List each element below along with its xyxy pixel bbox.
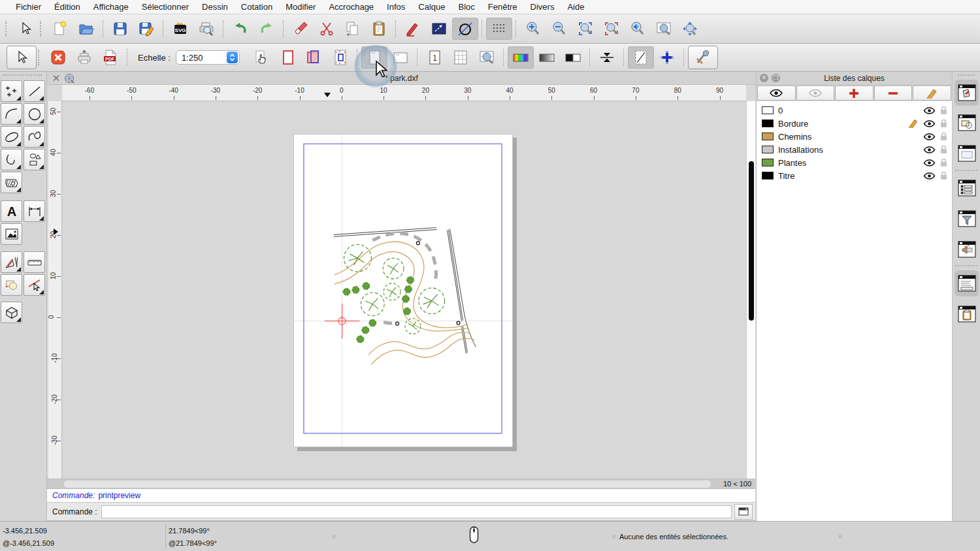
menu-item-cotation[interactable]: Cotation bbox=[235, 2, 279, 12]
construction-mode-button[interactable] bbox=[452, 18, 478, 40]
export-pdf-button[interactable]: PDF bbox=[97, 46, 123, 69]
layer-lock-icon[interactable] bbox=[939, 145, 948, 154]
menu-item-aide[interactable]: Aide bbox=[561, 2, 591, 12]
dock-command-widget-button[interactable] bbox=[955, 270, 979, 296]
portrait-orientation-button[interactable] bbox=[361, 46, 387, 69]
polyline-tool-button[interactable] bbox=[1, 149, 22, 170]
redo-button[interactable] bbox=[253, 18, 280, 40]
layer-lock-icon[interactable] bbox=[939, 158, 948, 167]
menu-item-infos[interactable]: Infos bbox=[380, 2, 412, 12]
dock-library-button[interactable] bbox=[955, 140, 979, 166]
blackwhite-mode-button[interactable] bbox=[560, 46, 586, 69]
export-svg-button[interactable]: SVG bbox=[167, 18, 193, 40]
points-tool-button[interactable] bbox=[1, 80, 22, 102]
drawing-canvas[interactable] bbox=[62, 101, 746, 479]
paper-border-button[interactable] bbox=[275, 46, 301, 69]
menu-item-divers[interactable]: Divers bbox=[524, 2, 561, 12]
fit-to-page-button[interactable] bbox=[327, 46, 353, 69]
zoom-back-button[interactable] bbox=[625, 18, 651, 40]
cut-button[interactable] bbox=[314, 18, 340, 40]
image-tool-button[interactable] bbox=[1, 223, 22, 245]
select-pointer-button[interactable] bbox=[12, 18, 39, 40]
command-detach-button[interactable] bbox=[734, 504, 753, 520]
solid-3d-button[interactable] bbox=[1, 302, 22, 323]
layer-row[interactable]: Installations bbox=[757, 143, 952, 156]
new-document-button[interactable] bbox=[47, 18, 73, 40]
select-entity-button[interactable] bbox=[24, 274, 45, 296]
layer-visibility-eye-icon[interactable] bbox=[923, 146, 936, 154]
menu-item-affichage[interactable]: Affichage bbox=[87, 2, 135, 12]
layer-row[interactable]: Bordure bbox=[757, 117, 952, 130]
save-as-button[interactable] bbox=[133, 18, 159, 40]
command-input[interactable] bbox=[101, 505, 732, 518]
dock-block-list-button[interactable] bbox=[955, 110, 979, 136]
grid-toggle-button[interactable] bbox=[486, 18, 512, 40]
text-tool-button[interactable]: A bbox=[1, 200, 22, 222]
undo-button[interactable] bbox=[227, 18, 253, 40]
add-layer-button[interactable] bbox=[835, 86, 874, 101]
layer-row[interactable]: Plantes bbox=[757, 156, 952, 169]
polygon-tool-button[interactable] bbox=[24, 149, 45, 170]
zoom-in-button[interactable] bbox=[520, 18, 546, 40]
layer-lock-icon[interactable] bbox=[939, 106, 948, 115]
pan-hand-button[interactable] bbox=[249, 46, 275, 69]
menu-item-fenetre[interactable]: Fenêtre bbox=[482, 2, 524, 12]
menu-item-fichier[interactable]: Fichier bbox=[9, 2, 48, 12]
layer-visibility-eye-icon[interactable] bbox=[923, 133, 936, 141]
layer-visibility-eye-icon[interactable] bbox=[923, 119, 936, 128]
landscape-orientation-button[interactable] bbox=[387, 46, 414, 69]
open-file-button[interactable] bbox=[73, 18, 99, 40]
dock-filter-button[interactable] bbox=[955, 206, 979, 232]
toolbar-drag-handle[interactable] bbox=[38, 50, 41, 65]
zoom-window-button[interactable] bbox=[651, 18, 677, 40]
zoom-page-button[interactable] bbox=[474, 46, 500, 69]
menu-item-edition[interactable]: Édition bbox=[48, 2, 87, 12]
layer-visibility-eye-icon[interactable] bbox=[923, 159, 936, 167]
dock-drag-handle[interactable] bbox=[958, 74, 975, 76]
print-preview-button[interactable] bbox=[193, 18, 220, 40]
menu-item-selectionner[interactable]: Sélectionner bbox=[135, 2, 195, 12]
options-tools-button[interactable] bbox=[688, 46, 718, 69]
zoom-pan-button[interactable] bbox=[677, 18, 703, 40]
circle-tool-button[interactable] bbox=[24, 103, 45, 125]
print-button[interactable] bbox=[71, 46, 97, 69]
menu-item-bloc[interactable]: Bloc bbox=[451, 2, 481, 12]
horizontal-scrollbar-thumb[interactable] bbox=[64, 480, 711, 488]
horizontal-scrollbar[interactable]: 10 < 100 bbox=[47, 479, 755, 488]
dock-clipboard-button[interactable] bbox=[955, 301, 979, 327]
layer-row[interactable]: 0 bbox=[757, 104, 952, 117]
grayscale-mode-button[interactable] bbox=[534, 46, 560, 69]
menu-item-accrochage[interactable]: Accrochage bbox=[322, 2, 380, 12]
show-all-layers-button[interactable] bbox=[757, 86, 796, 101]
paste-button[interactable] bbox=[366, 18, 392, 40]
copy-button[interactable] bbox=[340, 18, 366, 40]
save-button[interactable] bbox=[107, 18, 133, 40]
dimension-tool-button[interactable] bbox=[24, 200, 45, 222]
color-mode-button[interactable] bbox=[508, 46, 534, 69]
center-page-button[interactable] bbox=[594, 46, 620, 69]
palette-drag-handle[interactable] bbox=[3, 74, 42, 76]
hide-all-layers-button[interactable] bbox=[796, 86, 835, 101]
multi-page-button[interactable] bbox=[448, 46, 474, 69]
toolbar-drag-handle[interactable] bbox=[5, 21, 8, 37]
edit-layer-button[interactable] bbox=[913, 86, 951, 101]
vertical-scrollbar[interactable] bbox=[746, 101, 755, 479]
remove-layer-button[interactable] bbox=[874, 86, 913, 101]
single-page-button[interactable]: 1 bbox=[421, 46, 448, 69]
attributes-pen-button[interactable] bbox=[400, 18, 426, 40]
zoom-out-button[interactable] bbox=[546, 18, 572, 40]
layer-lock-icon[interactable] bbox=[939, 132, 948, 141]
preview-pointer-button[interactable] bbox=[7, 46, 37, 69]
layer-lock-icon[interactable] bbox=[939, 119, 948, 128]
layer-row[interactable]: Titre bbox=[757, 169, 952, 182]
layer-row[interactable]: Chemins bbox=[757, 130, 952, 143]
zoom-previous-button[interactable] bbox=[598, 18, 625, 40]
hatch-tool-button[interactable] bbox=[1, 172, 22, 193]
menu-item-calque[interactable]: Calque bbox=[412, 2, 451, 12]
ellipse-tool-button[interactable] bbox=[1, 126, 22, 148]
layer-visibility-eye-icon[interactable] bbox=[923, 172, 936, 180]
line-tool-button[interactable] bbox=[24, 80, 45, 102]
dock-layer-list-button[interactable] bbox=[955, 80, 979, 106]
dock-entity-list-button[interactable] bbox=[955, 175, 979, 201]
toolbar-drag-handle[interactable] bbox=[40, 21, 43, 37]
